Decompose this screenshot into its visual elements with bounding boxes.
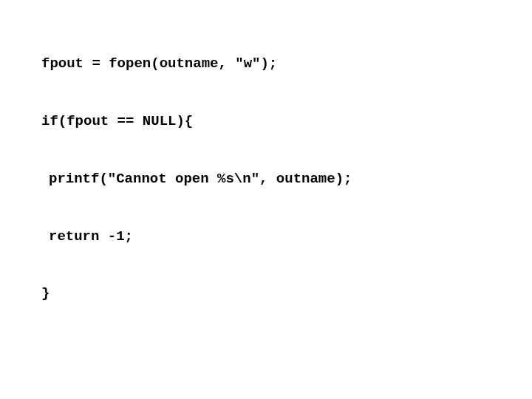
code-line: return -1;: [27, 222, 532, 251]
code-line: if(fpout == NULL){: [27, 107, 532, 136]
code-line: fpout = fopen(outname, "w");: [27, 50, 532, 78]
code-line-blank: [27, 337, 532, 366]
code-line: printf("Cannot open %s\n", outname);: [27, 165, 532, 194]
code-line: }: [27, 279, 532, 308]
code-block: fpout = fopen(outname, "w"); if(fpout ==…: [0, 0, 532, 399]
code-line-highlight: while((c = fgetc(fpin)) != EOF): [27, 395, 532, 399]
